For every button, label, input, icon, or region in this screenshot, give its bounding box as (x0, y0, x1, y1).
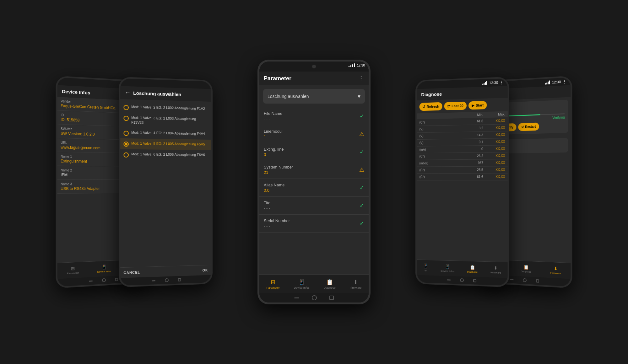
loschung-text-1: Mod: 1 Valve: 3 EG: 2 L003 Absaugleitung… (131, 115, 208, 126)
device-infos-label: Device Infos (97, 270, 111, 273)
diag-label-5: (C°) (420, 154, 462, 158)
diag-row-8: (C°) 61,6 XX,XX (417, 174, 508, 181)
more-button[interactable]: ⋮ (358, 75, 364, 82)
recents-gesture-2 (178, 278, 181, 281)
notch (312, 65, 316, 68)
diag-label-6: (mbar) (420, 161, 462, 165)
param-title: Parameter (264, 75, 355, 82)
param-item-linemodul[interactable]: Linemodul 1 ⚠ (259, 125, 369, 143)
param-status-icon-3: ⚠ (359, 166, 364, 173)
diagnose-toolbar: ↺ Refresh ⇄ Last 20 ▶ Start (417, 98, 508, 114)
param-item-exting[interactable]: Exting. line 0 ✓ (259, 143, 369, 161)
devinfo-nav-label: Device Infos (294, 286, 310, 289)
loschung-item-2[interactable]: Mod: 1 Valve: 4 EG: 2 L004 Absaugleitung… (120, 127, 211, 140)
diag-label-8: (C°) (420, 175, 462, 179)
param-status-icon-4: ✓ (360, 184, 364, 191)
param-filename-label: File Name (264, 111, 357, 116)
param-nav-label: Parameter (267, 286, 280, 289)
loschung-item-4[interactable]: Mod: 1 Valve: 6 EG: 2 L006 Absaugleitung… (120, 149, 211, 161)
diag-min-1: 3,2 (462, 126, 483, 130)
fw-restart-label: Restart (525, 125, 536, 129)
parameter-icon: ⊞ (71, 266, 75, 271)
param-titel-value: - - - (264, 206, 357, 211)
param-item-titel[interactable]: Titel - - - ✓ (259, 197, 369, 215)
loschung-text-3: Mod: 1 Valve: 5 EG: 2 L005 Absaugleitung… (131, 141, 205, 147)
param-item-serial[interactable]: Serial Number - - - ✓ (259, 215, 369, 233)
back-gesture (89, 280, 93, 281)
param-dropdown[interactable]: Löschung auswählen ▾ (263, 89, 365, 104)
nav-diagnose-4[interactable]: 📋 Diagnose (467, 265, 478, 273)
last20-icon: ⇄ (447, 104, 450, 108)
fw-btn-restart[interactable]: ↺ Restart (518, 122, 539, 131)
diag-row-6: (mbar) 987 XX,XX (417, 159, 508, 167)
param-item-sysnumber[interactable]: System Number 21 ⚠ (259, 161, 369, 179)
fw-nav-icon: ⬇ (353, 279, 358, 286)
ok-button[interactable]: OK (203, 268, 208, 272)
more-btn-4[interactable]: ⋮ (499, 80, 504, 85)
diag-min-5: 26,2 (462, 154, 483, 158)
diag-max-5: XX,XX (483, 154, 505, 158)
nav-devinfo-center[interactable]: 📱 Device Infos (294, 279, 310, 289)
loschung-text-4: Mod: 1 Valve: 6 EG: 2 L006 Absaugleitung… (131, 152, 205, 158)
param-linemodul-content: Linemodul 1 (264, 129, 357, 139)
param-list: File Name - - - ✓ Linemodul 1 ⚠ Exting. … (259, 107, 369, 274)
notch-area: 12:30 (259, 62, 369, 72)
diag-min-6: 987 (462, 161, 483, 165)
refresh-button[interactable]: ↺ Refresh (420, 102, 442, 111)
radio-1 (124, 116, 129, 121)
diag-label-0: (C°) (420, 120, 462, 124)
fw5-nav-icon: ⬇ (554, 266, 557, 271)
recents-gesture-3 (329, 296, 334, 300)
radio-inner-3 (125, 143, 127, 145)
signal-icon-4 (483, 81, 487, 85)
param-titel-content: Titel - - - (264, 201, 357, 211)
back-gesture-4 (447, 279, 451, 280)
er-nav-label: er (425, 269, 427, 272)
nav-diagnose-5[interactable]: 📋 Diagnose (521, 264, 532, 273)
diag-label-4: (mA) (420, 147, 462, 151)
diagnose5-nav-icon: 📋 (523, 265, 529, 270)
nav-er[interactable]: 📱 er (423, 263, 428, 272)
restart-icon: ↺ (521, 125, 524, 129)
nav-fw-center[interactable]: ⬇ Firmware (350, 279, 362, 289)
fw4-nav-icon: ⬇ (494, 265, 498, 271)
loschung-item-1[interactable]: Mod: 1 Valve: 3 EG: 2 L003 Absaugleitung… (120, 113, 211, 129)
loschung-list: Mod: 1 Valve: 2 EG: 2 L002 Absaugleitung… (120, 99, 211, 267)
diag-label-2: (V) (420, 134, 462, 138)
diag-min-2: 14,3 (462, 133, 483, 137)
loschung-item-3[interactable]: Mod: 1 Valve: 5 EG: 2 L005 Absaugleitung… (120, 138, 211, 150)
diagnose-table: Min. Max. (C°) 61,6 XX,XX (V) 3,2 XX,XX … (417, 111, 508, 262)
diag-min-3: 0,1 (462, 140, 483, 144)
recents-gesture (115, 278, 118, 281)
signal-icon-5 (545, 80, 550, 84)
cancel-button[interactable]: CANCEL (124, 270, 140, 275)
param-item-alias[interactable]: Alias Name 0.0 ✓ (259, 179, 369, 197)
nav-fw-4[interactable]: ⬇ Firmware (490, 265, 501, 274)
dropdown-text: Löschung auswählen (268, 94, 309, 99)
nav-diag-center[interactable]: 📋 Diagnose (324, 279, 336, 289)
param-exting-content: Exting. line 0 (264, 147, 357, 157)
bottom-nav-3: ⊞ Parameter 📱 Device Infos 📋 Diagnose ⬇ … (259, 274, 369, 293)
nav-parameter-center[interactable]: ⊞ Parameter (267, 279, 280, 289)
param-linemodul-label: Linemodul (264, 129, 357, 134)
devinfo4-nav-label: Device Infos (441, 270, 454, 273)
more-btn-5[interactable]: ⋮ (562, 79, 566, 84)
nav-fw-5[interactable]: ⬇ Firmware (550, 266, 561, 275)
er-nav-icon: 📱 (423, 263, 428, 268)
refresh-label: Refresh (427, 104, 439, 109)
radio-3 (124, 142, 129, 147)
fw4-nav-label: Firmware (490, 271, 501, 274)
last20-button[interactable]: ⇄ Last 20 (444, 102, 467, 110)
nav-parameter[interactable]: ⊞ Parameter (67, 266, 79, 275)
phone-parameter: 12:30 Parameter ⋮ Löschung auswählen ▾ F… (257, 60, 371, 304)
back-button[interactable]: ← (125, 89, 131, 96)
phone-loschung: ← Löschung auswählen Mod: 1 Valve: 2 EG:… (119, 77, 213, 287)
diag-min-0: 61,6 (462, 120, 483, 123)
start-button[interactable]: ▶ Start (468, 101, 487, 110)
nav-device-infos[interactable]: 📱 Device Infos (97, 264, 111, 273)
param-linemodul-value: 1 (264, 134, 357, 139)
devinfo4-nav-icon: 📱 (445, 264, 450, 269)
diag-row-7: (C°) 25,5 XX,XX (417, 166, 508, 174)
nav-devinfo-4[interactable]: 📱 Device Infos (441, 264, 454, 273)
param-item-filename[interactable]: File Name - - - ✓ (259, 107, 369, 125)
